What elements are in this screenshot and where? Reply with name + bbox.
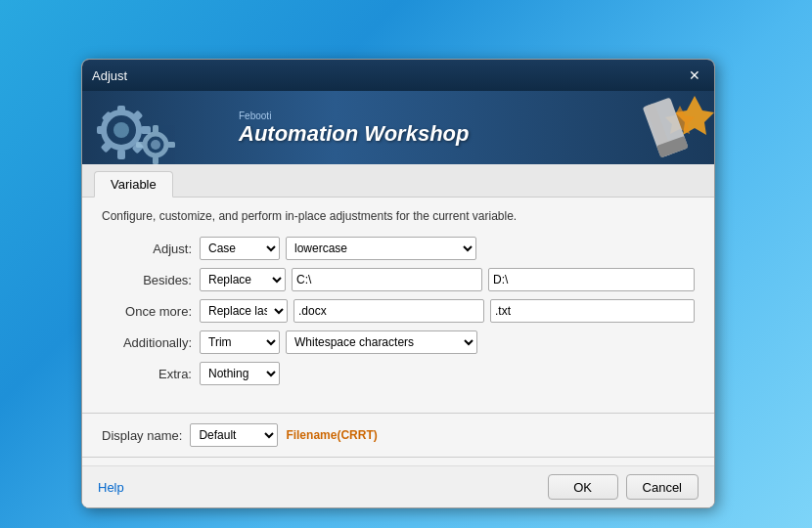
extra-row: Extra: Nothing Case Trim Replace Pad: [102, 362, 695, 385]
tab-bar: Variable: [82, 164, 714, 198]
cancel-button[interactable]: Cancel: [626, 474, 699, 500]
once-more-from-input[interactable]: [293, 299, 484, 323]
display-name-row: Display name: Default Custom Filename(CR…: [102, 423, 695, 447]
additionally-type-select[interactable]: Trim Trim left Trim right Nothing: [200, 330, 280, 354]
svg-rect-13: [153, 156, 158, 164]
svg-rect-15: [167, 142, 175, 148]
button-group: OK Cancel: [548, 474, 699, 500]
extra-label: Extra:: [102, 367, 200, 381]
svg-rect-14: [136, 142, 144, 148]
trim-chars-select[interactable]: Whitespace characters Custom characters: [286, 330, 477, 354]
banner-title: Automation Workshop: [239, 120, 469, 146]
close-button[interactable]: ✕: [685, 66, 704, 85]
svg-point-1: [113, 122, 129, 138]
separator-2: [82, 457, 714, 458]
bottom-bar: Help OK Cancel: [82, 465, 714, 507]
display-name-link[interactable]: Filename(CRRT): [286, 428, 377, 442]
besides-type-select[interactable]: Replace Replace last Replace all: [200, 268, 286, 291]
adjust-label: Adjust:: [102, 242, 200, 256]
once-more-row: Once more: Replace last Replace Replace …: [102, 299, 695, 323]
besides-controls: Replace Replace last Replace all: [200, 268, 695, 291]
svg-point-11: [151, 140, 160, 150]
extra-controls: Nothing Case Trim Replace Pad: [200, 362, 695, 385]
svg-rect-12: [153, 125, 158, 133]
help-link[interactable]: Help: [98, 480, 124, 495]
once-more-to-input[interactable]: [490, 299, 695, 323]
besides-from-input[interactable]: [292, 268, 482, 291]
adjust-controls: Case Trim Replace Pad Nothing lowercase …: [200, 237, 695, 260]
extra-type-select[interactable]: Nothing Case Trim Replace Pad: [200, 362, 280, 385]
svg-rect-3: [117, 150, 125, 159]
besides-label: Besides:: [102, 273, 200, 287]
separator: [82, 413, 714, 414]
svg-rect-2: [117, 106, 125, 115]
once-more-label: Once more:: [102, 304, 200, 319]
gear-small-icon: [131, 120, 180, 164]
banner-subtitle: Febooti: [239, 110, 469, 120]
dialog-content: Variable Configure, customize, and perfo…: [82, 164, 714, 507]
adjust-type-select[interactable]: Case Trim Replace Pad Nothing: [200, 237, 280, 260]
additionally-label: Additionally:: [102, 335, 200, 350]
additionally-controls: Trim Trim left Trim right Nothing Whites…: [200, 330, 695, 354]
display-name-select[interactable]: Default Custom: [190, 423, 278, 447]
svg-rect-4: [97, 126, 107, 134]
besides-row: Besides: Replace Replace last Replace al…: [102, 268, 695, 291]
adjust-row: Adjust: Case Trim Replace Pad Nothing lo…: [102, 237, 695, 260]
form-description: Configure, customize, and perform in-pla…: [102, 209, 695, 223]
case-type-select[interactable]: lowercase UPPERCASE Title Case Sentence …: [286, 237, 476, 260]
once-more-controls: Replace last Replace Replace all: [200, 299, 695, 323]
banner-text: Febooti Automation Workshop: [239, 110, 469, 146]
banner-decoration-icon: [558, 91, 714, 164]
additionally-row: Additionally: Trim Trim left Trim right …: [102, 330, 695, 354]
form-area: Configure, customize, and perform in-pla…: [82, 198, 714, 405]
tab-variable[interactable]: Variable: [94, 171, 173, 198]
dialog-title: Adjust: [92, 68, 127, 83]
adjust-dialog: Adjust ✕: [81, 59, 715, 508]
banner: Febooti Automation Workshop: [82, 91, 714, 164]
once-more-type-select[interactable]: Replace last Replace Replace all: [200, 299, 288, 323]
besides-to-input[interactable]: [488, 268, 695, 291]
display-name-label: Display name:: [102, 428, 182, 443]
ok-button[interactable]: OK: [548, 474, 618, 500]
titlebar: Adjust ✕: [82, 60, 714, 91]
